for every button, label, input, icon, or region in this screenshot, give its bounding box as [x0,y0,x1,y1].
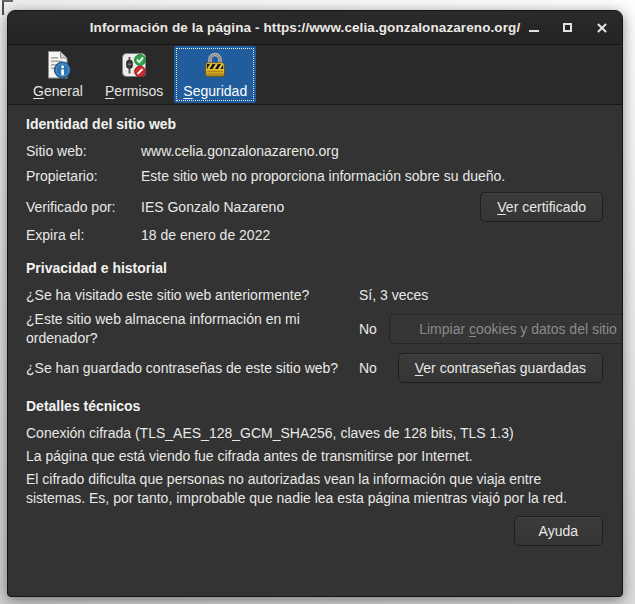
tab-general[interactable]: General [22,46,94,103]
help-row: Ayuda [26,516,603,546]
owner-row: Propietario: Este sitio web no proporcio… [26,167,603,186]
cookies-row: ¿Este sitio web almacena información en … [26,310,603,348]
titlebar[interactable]: Información de la página - https://www.c… [8,11,622,45]
visited-answer: Sí, 3 veces [359,286,389,305]
close-icon [596,22,608,34]
site-row: Sitio web: www.celia.gonzalonazareno.org [26,142,603,161]
encryption-cipher-text: Conexión cifrada (TLS_AES_128_GCM_SHA256… [26,424,603,443]
identity-heading: Identidad del sitio web [26,115,603,134]
tab-general-label: General [33,83,83,99]
verified-by-row: Verificado por: IES Gonzalo Nazareno Ver… [26,192,603,222]
section-technical-details: Detalles técnicos Conexión cifrada (TLS_… [26,397,603,546]
padlock-icon [199,49,231,81]
close-button[interactable] [591,17,612,38]
privacy-heading: Privacidad e historial [26,259,603,278]
help-button[interactable]: Ayuda [514,516,603,546]
expires-value: 18 de enero de 2022 [141,226,603,245]
page-info-document-icon [42,49,74,81]
window-controls [523,11,612,44]
tab-permisos[interactable]: Permisos [96,46,172,103]
visited-question: ¿Se ha visitado este sitio web anteriorm… [26,286,359,305]
maximize-button[interactable] [557,17,578,38]
owner-label: Propietario: [26,167,141,186]
tab-seguridad-label: Seguridad [183,83,247,99]
maximize-icon [563,23,572,32]
security-panel: Identidad del sitio web Sitio web: www.c… [8,105,622,546]
site-value: www.celia.gonzalonazareno.org [141,142,603,161]
minimize-icon [529,30,539,32]
verified-by-value: IES Gonzalo Nazareno [141,198,480,217]
owner-value: Este sitio web no proporciona informació… [141,167,603,186]
minimize-button[interactable] [523,17,544,38]
passwords-row: ¿Se han guardado contraseñas de este sit… [26,353,603,383]
verified-by-label: Verificado por: [26,198,141,217]
tab-permisos-label: Permisos [105,83,163,99]
encryption-explanation-text: El cifrado dificulta que personas no aut… [26,470,603,508]
view-saved-passwords-button[interactable]: Ver contraseñas guardadas [398,353,603,383]
technical-heading: Detalles técnicos [26,397,603,416]
visited-row: ¿Se ha visitado este sitio web anteriorm… [26,286,603,305]
window-title: Información de la página - https://www.c… [90,20,521,35]
expires-row: Expira el: 18 de enero de 2022 [26,226,603,245]
section-site-identity: Identidad del sitio web Sitio web: www.c… [26,115,603,245]
passwords-question: ¿Se han guardado contraseñas de este sit… [26,359,359,378]
page-info-window: Información de la página - https://www.c… [7,10,623,597]
tab-bar: General Permisos [8,45,622,105]
cookies-answer: No [359,320,389,339]
section-privacy-history: Privacidad e historial ¿Se ha visitado e… [26,259,603,383]
permissions-sliders-icon [118,49,150,81]
cookies-question: ¿Este sitio web almacena información en … [26,310,359,348]
clear-cookies-button[interactable]: Limpiar cookies y datos del sitio [389,314,623,344]
view-certificate-button[interactable]: Ver certificado [480,192,603,222]
site-label: Sitio web: [26,142,141,161]
expires-label: Expira el: [26,226,141,245]
encryption-status-text: La página que está viendo fue cifrada an… [26,447,603,466]
tab-seguridad[interactable]: Seguridad [174,46,256,103]
passwords-answer: No [359,359,389,378]
